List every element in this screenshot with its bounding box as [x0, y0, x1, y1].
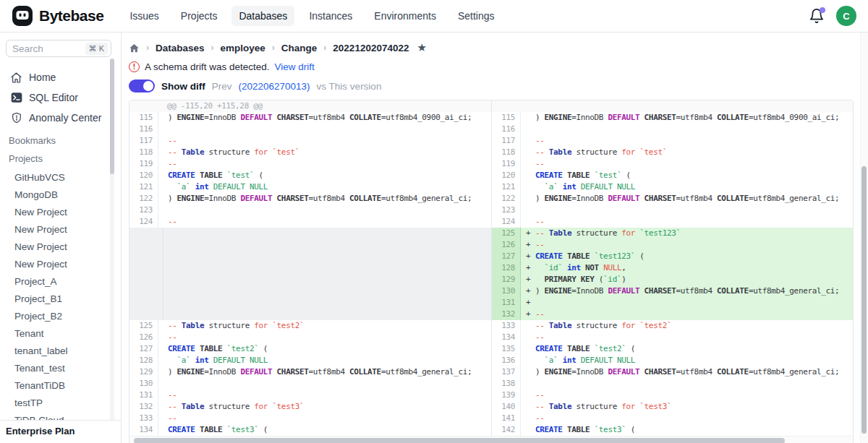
line-number: 125 [492, 228, 521, 239]
diff-row: 117 -- [492, 135, 853, 147]
chevron-right-icon: › [211, 43, 214, 53]
diff-pane-previous: @@ -115,20 +115,28 @@115) ENGINE=InnoDB … [129, 100, 491, 436]
diff-prefix [521, 147, 535, 158]
code-line: CREATE TABLE `test3` ( [158, 424, 268, 436]
code-line: ) ENGINE=InnoDB DEFAULT CHARSET=utf8mb4 … [158, 366, 472, 378]
nav-link-projects[interactable]: Projects [174, 6, 225, 26]
nav-link-settings[interactable]: Settings [451, 6, 502, 26]
code-line: ) ENGINE=InnoDB DEFAULT CHARSET=utf8mb4 … [535, 285, 839, 297]
sidebar-item-sql-editor[interactable]: SQL Editor [6, 87, 121, 108]
chevron-right-icon: › [272, 43, 275, 53]
nav-link-databases[interactable]: Databases [231, 6, 294, 26]
scrollbar-thumb[interactable] [134, 438, 785, 443]
code-line: -- [158, 216, 177, 228]
diff-row: 125-- Table structure for `test2` [129, 320, 491, 332]
sidebar-item-home[interactable]: Home [6, 67, 121, 87]
breadcrumb-employee[interactable]: employee [221, 43, 265, 53]
page-scrollbar-thumb[interactable] [861, 166, 867, 434]
nav-link-instances[interactable]: Instances [302, 6, 359, 26]
project-item[interactable]: New Project [6, 255, 121, 272]
line-number: 119 [492, 158, 521, 170]
project-item[interactable]: MongoDB [6, 186, 121, 203]
diff-row: 115) ENGINE=InnoDB DEFAULT CHARSET=utf8m… [129, 112, 491, 124]
view-drift-link[interactable]: View drift [275, 61, 315, 72]
project-item[interactable]: testTP [6, 394, 121, 411]
code-line: -- [535, 332, 545, 343]
notifications-bell[interactable] [809, 8, 825, 24]
project-item[interactable]: New Project [6, 220, 121, 238]
diff-row: 142 CREATE TABLE `test3` ( [492, 424, 853, 436]
line-number: 140 [492, 401, 521, 413]
project-item[interactable]: Tenant_test [6, 359, 121, 377]
schema-diff-viewer: @@ -115,20 +115,28 @@115) ENGINE=InnoDB … [129, 100, 854, 443]
main-nav: IssuesProjectsDatabasesInstancesEnvironm… [122, 6, 501, 26]
bytebase-logo-icon [12, 5, 33, 27]
project-item[interactable]: Project_B2 [6, 307, 121, 324]
plan-badge: Enterprise Plan [0, 420, 121, 443]
line-number [129, 100, 158, 112]
prev-version-link[interactable]: (202206270013) [239, 81, 310, 92]
project-item[interactable]: Project_B1 [6, 290, 121, 307]
star-icon[interactable]: ★ [417, 41, 426, 54]
code-line [158, 378, 168, 390]
nav-link-environments[interactable]: Environments [367, 6, 443, 26]
sidebar-scrollbar-thumb[interactable] [110, 59, 114, 174]
line-number: 132 [129, 401, 158, 413]
diff-row: 139 -- [492, 390, 853, 401]
line-number: 126 [492, 239, 521, 251]
line-number: 128 [492, 262, 521, 274]
diff-horizontal-scrollbar[interactable] [129, 436, 853, 443]
line-number: 122 [129, 193, 158, 205]
line-number: 121 [492, 181, 521, 193]
code-line: `a` int DEFAULT NULL [535, 181, 635, 193]
line-number: 124 [129, 216, 158, 228]
home-icon[interactable] [129, 43, 140, 53]
code-line: -- [535, 216, 545, 228]
project-item[interactable]: TenantTiDB [6, 377, 121, 394]
code-line: -- Table structure for `test3` [535, 401, 671, 413]
project-item[interactable]: Tenant [6, 324, 121, 342]
diff-added-row: 132+-- [492, 309, 853, 320]
code-line: `id` int NOT NULL, [535, 262, 626, 274]
project-item[interactable]: Project_A [6, 272, 121, 290]
show-diff-toggle[interactable] [129, 79, 155, 93]
user-avatar[interactable]: C [836, 6, 856, 26]
line-number: 130 [492, 285, 521, 297]
diff-row: 118-- Table structure for `test` [129, 147, 491, 158]
diff-prefix [521, 413, 535, 424]
code-line: -- Table structure for `test3` [158, 401, 304, 413]
diff-prefix [521, 135, 535, 147]
diff-row: 120CREATE TABLE `test` ( [129, 170, 491, 181]
diff-hunk-header: @@ -115,20 +115,28 @@ [129, 100, 491, 112]
breadcrumb-change[interactable]: Change [281, 43, 318, 53]
code-line: -- [535, 309, 545, 320]
shield-icon [10, 112, 22, 124]
search-input[interactable]: Search ⌘ K [6, 40, 111, 57]
project-item[interactable]: GitHubVCS [6, 168, 121, 186]
breadcrumb-databases[interactable]: Databases [156, 43, 205, 53]
line-number: 142 [492, 424, 521, 436]
sidebar-item-anomaly-center[interactable]: Anomaly Center [6, 108, 121, 128]
diff-added-row: 130+) ENGINE=InnoDB DEFAULT CHARSET=utf8… [492, 285, 853, 297]
sidebar-item-label: Home [29, 72, 56, 83]
brand[interactable]: Bytebase [12, 5, 103, 27]
line-number: 127 [129, 343, 158, 355]
line-number: 117 [129, 135, 158, 147]
code-line: -- [158, 158, 177, 170]
project-item[interactable]: New Project [6, 203, 121, 220]
diff-prefix [521, 355, 535, 366]
line-number: 129 [129, 366, 158, 378]
diff-row: 124-- [129, 216, 491, 228]
nav-link-issues[interactable]: Issues [122, 6, 166, 26]
code-line: CREATE TABLE `test2` ( [158, 343, 268, 355]
code-line: `a` int DEFAULT NULL [158, 355, 268, 366]
diff-row: 133 -- Table structure for `test2` [492, 320, 853, 332]
diff-toolbar: Show diff Prev (202206270013) vs This ve… [129, 79, 868, 93]
diff-row: 121 `a` int DEFAULT NULL [492, 181, 853, 193]
project-item[interactable]: tenant_label [6, 342, 121, 359]
sidebar-item-label: SQL Editor [29, 92, 78, 103]
diff-row: 140 -- Table structure for `test3` [492, 401, 853, 413]
alert-text: A schema drift was detected. [145, 61, 270, 72]
diff-row: 134 -- [492, 332, 853, 343]
project-item[interactable]: New Project [6, 238, 121, 255]
